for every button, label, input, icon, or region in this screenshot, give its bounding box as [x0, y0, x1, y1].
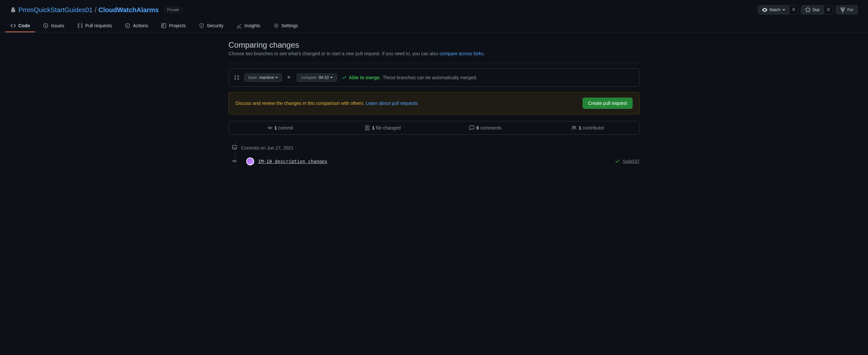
- repo-owner-link[interactable]: PmmQuickStartGuides01: [19, 6, 93, 14]
- comment-icon: [469, 125, 474, 130]
- svg-point-10: [575, 127, 576, 128]
- caret-down-icon: [782, 9, 785, 10]
- commit-icon: [267, 125, 273, 130]
- page-title: Comparing changes: [228, 40, 640, 50]
- range-editor: base: mainline compare: IM-10 Able to me…: [228, 68, 640, 87]
- compare-branch-select[interactable]: compare: IM-10: [297, 73, 337, 82]
- star-count[interactable]: 0: [824, 5, 833, 14]
- issues-icon: [43, 23, 48, 28]
- svg-point-9: [572, 126, 574, 128]
- svg-rect-4: [162, 24, 163, 27]
- tab-settings[interactable]: Settings: [268, 20, 304, 32]
- lock-icon: [10, 7, 16, 12]
- tab-pull-requests[interactable]: Pull requests: [72, 20, 117, 32]
- watch-count[interactable]: 0: [789, 5, 799, 14]
- svg-rect-11: [232, 145, 237, 149]
- visibility-badge: Private: [164, 7, 182, 13]
- file-diff-icon: [365, 125, 370, 130]
- page-subtitle: Choose two branches to see what's change…: [228, 51, 640, 63]
- svg-rect-5: [163, 24, 164, 26]
- avatar[interactable]: [246, 157, 254, 165]
- svg-point-6: [276, 25, 277, 26]
- compare-forks-link[interactable]: compare across forks: [440, 51, 484, 56]
- repo-name-link[interactable]: CloudWatchAlarms: [98, 6, 159, 14]
- arrow-left-icon: [287, 75, 292, 81]
- learn-pr-link[interactable]: Learn about pull requests: [366, 101, 418, 106]
- stat-commits[interactable]: 1 commit: [229, 121, 332, 134]
- people-icon: [571, 125, 577, 130]
- star-button[interactable]: Star: [801, 5, 824, 14]
- check-icon: [342, 75, 347, 81]
- base-branch-select[interactable]: base: mainline: [244, 73, 282, 82]
- merge-status-label: Able to merge.: [349, 75, 381, 80]
- compare-icon: [234, 75, 239, 80]
- tab-security[interactable]: Security: [194, 20, 229, 32]
- tab-issues[interactable]: Issues: [38, 20, 69, 32]
- tab-actions[interactable]: Actions: [120, 20, 153, 32]
- svg-point-1: [45, 25, 46, 26]
- create-pr-callout: Discuss and review the changes in this c…: [228, 92, 640, 115]
- svg-point-7: [269, 127, 271, 129]
- star-icon: [805, 7, 810, 12]
- repo-breadcrumb: PmmQuickStartGuides01 / CloudWatchAlarms: [19, 6, 159, 14]
- shield-icon: [199, 23, 204, 28]
- merge-status-detail: These branches can be automatically merg…: [383, 75, 477, 80]
- commit-row: IM-10 description changes 5a3e537: [232, 154, 640, 169]
- stat-contributors[interactable]: 1 contributor: [536, 121, 639, 134]
- commits-date-header: Commits on Jun 17, 2021: [241, 145, 293, 151]
- code-icon: [10, 23, 16, 28]
- caret-down-icon: [330, 77, 333, 78]
- commit-dot-icon: [232, 158, 237, 165]
- svg-point-12: [234, 160, 236, 162]
- stat-comments[interactable]: 0 comments: [434, 121, 536, 134]
- eye-icon: [762, 7, 767, 12]
- actions-icon: [125, 23, 130, 28]
- status-check-icon[interactable]: [615, 158, 620, 165]
- tab-insights[interactable]: Insights: [231, 20, 265, 32]
- fork-button[interactable]: For: [836, 5, 858, 14]
- watch-button[interactable]: Watch: [758, 5, 789, 14]
- projects-icon: [161, 23, 166, 28]
- fork-icon: [840, 7, 845, 12]
- stat-files[interactable]: 1 file changed: [332, 121, 434, 134]
- pull-request-icon: [77, 23, 83, 28]
- tab-projects[interactable]: Projects: [156, 20, 191, 32]
- insights-icon: [237, 23, 242, 28]
- tab-code[interactable]: Code: [5, 20, 35, 32]
- caret-down-icon: [275, 77, 278, 78]
- commit-sha-link[interactable]: 5a3e537: [623, 159, 640, 164]
- commit-message-link[interactable]: IM-10 description changes: [258, 159, 328, 164]
- create-pull-request-button[interactable]: Create pull request: [583, 98, 632, 109]
- commits-group-icon: [232, 144, 237, 152]
- gear-icon: [274, 23, 279, 28]
